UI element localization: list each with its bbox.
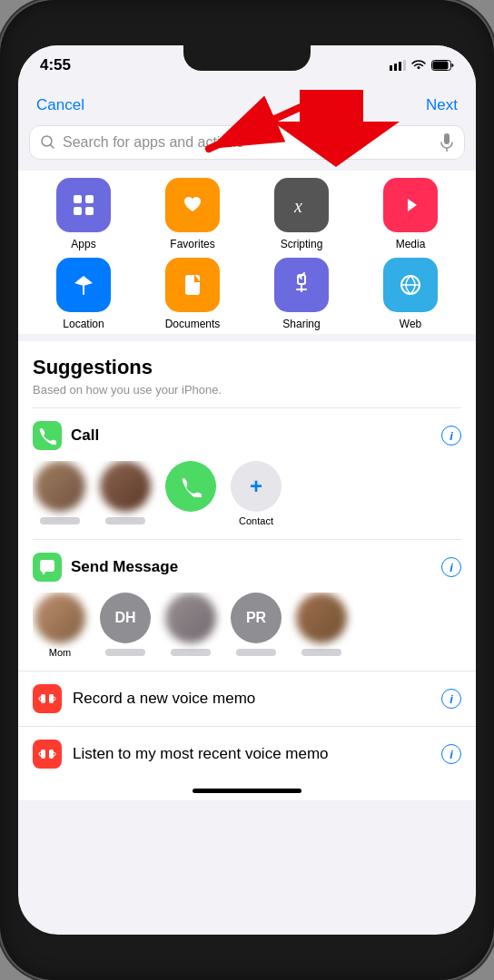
- record-info-icon[interactable]: i: [441, 689, 461, 709]
- call-info-icon[interactable]: i: [441, 426, 461, 446]
- category-sharing[interactable]: Sharing: [251, 258, 352, 330]
- contact-item[interactable]: [163, 461, 218, 523]
- category-documents-label: Documents: [165, 318, 221, 330]
- svg-rect-0: [390, 65, 392, 71]
- next-button[interactable]: Next: [426, 96, 458, 114]
- suggestions-section: Suggestions Based on how you use your iP…: [18, 341, 476, 671]
- contact-item[interactable]: [33, 461, 87, 524]
- svg-rect-14: [85, 207, 94, 215]
- category-favorites[interactable]: Favorites: [142, 178, 243, 250]
- phone-shell: 4:55: [0, 0, 494, 980]
- suggestions-title: Suggestions: [33, 356, 461, 379]
- add-contact-item[interactable]: + Contact: [229, 461, 283, 526]
- search-bar[interactable]: Search for apps and actions: [29, 125, 465, 160]
- svg-rect-23: [41, 750, 45, 759]
- action-row-record[interactable]: Record a new voice memo i: [18, 671, 476, 726]
- category-sharing-label: Sharing: [282, 318, 320, 330]
- plus-avatar: +: [231, 461, 282, 512]
- phone-screen: 4:55: [18, 45, 476, 935]
- contact-item[interactable]: PR: [229, 593, 283, 656]
- svg-text:x: x: [293, 196, 302, 216]
- listen-info-icon[interactable]: i: [441, 744, 461, 764]
- send-message-suggestion-card: Send Message i Mom DH: [33, 539, 461, 671]
- action-row-left: Record a new voice memo: [33, 684, 255, 713]
- category-web-label: Web: [400, 318, 421, 330]
- contact-item[interactable]: Mom: [33, 593, 87, 658]
- category-scripting[interactable]: x Scripting: [251, 178, 352, 250]
- contact-name: Contact: [239, 515, 273, 526]
- status-icons: [390, 60, 454, 71]
- message-contacts-row: Mom DH PR: [33, 593, 461, 658]
- svg-rect-24: [49, 750, 54, 759]
- svg-rect-22: [49, 694, 54, 703]
- svg-rect-16: [185, 275, 200, 295]
- suggestions-subtitle: Based on how you use your iPhone.: [33, 383, 461, 397]
- notch: [183, 45, 311, 71]
- call-card-header: Call i: [33, 421, 461, 450]
- voice-memo-record-icon: [33, 684, 62, 713]
- mic-icon: [440, 133, 453, 152]
- category-apps-label: Apps: [71, 238, 95, 250]
- svg-rect-2: [399, 62, 401, 71]
- action-row-listen[interactable]: Listen to my most recent voice memo i: [18, 726, 476, 781]
- svg-rect-9: [444, 133, 450, 144]
- message-app-icon: [33, 553, 62, 582]
- svg-rect-11: [74, 195, 82, 203]
- voice-memo-listen-icon: [33, 740, 62, 769]
- wifi-icon: [411, 60, 426, 71]
- svg-marker-20: [42, 572, 45, 575]
- category-media-label: Media: [396, 238, 426, 250]
- svg-rect-3: [403, 60, 406, 71]
- status-bar: 4:55: [18, 45, 476, 85]
- message-label: Send Message: [71, 558, 178, 576]
- call-suggestion-card: Call i: [33, 407, 461, 539]
- phone-avatar: [165, 461, 216, 512]
- category-apps[interactable]: Apps: [33, 178, 134, 250]
- action-row-left: Listen to my most recent voice memo: [33, 740, 329, 769]
- call-header-left: Call: [33, 421, 99, 450]
- contact-item[interactable]: [98, 461, 153, 524]
- svg-rect-12: [85, 195, 94, 203]
- category-web[interactable]: Web: [360, 258, 461, 330]
- voice-memo-listen-label: Listen to my most recent voice memo: [73, 745, 329, 763]
- home-indicator-area: [18, 781, 476, 800]
- category-media[interactable]: Media: [360, 178, 461, 250]
- call-label: Call: [71, 426, 99, 445]
- svg-rect-19: [40, 560, 54, 572]
- svg-rect-1: [394, 64, 397, 71]
- call-app-icon: [33, 421, 62, 450]
- message-info-icon[interactable]: i: [441, 557, 461, 577]
- contact-item[interactable]: DH: [98, 593, 153, 656]
- message-card-header: Send Message i: [33, 553, 461, 582]
- contact-item[interactable]: [163, 593, 218, 656]
- voice-memo-record-label: Record a new voice memo: [73, 690, 255, 708]
- call-contacts-row: + Contact: [33, 461, 461, 526]
- nav-bar: Cancel Next: [18, 85, 476, 125]
- search-icon: [41, 135, 55, 150]
- svg-rect-5: [433, 62, 449, 70]
- category-documents[interactable]: Documents: [142, 258, 243, 330]
- svg-rect-21: [41, 694, 45, 703]
- category-location-label: Location: [63, 318, 104, 330]
- category-favorites-label: Favorites: [170, 238, 214, 250]
- status-time: 4:55: [40, 56, 71, 74]
- contact-item[interactable]: [294, 593, 349, 656]
- battery-icon: [431, 60, 454, 71]
- contact-name: Mom: [49, 647, 71, 658]
- signal-icon: [390, 60, 406, 71]
- category-location[interactable]: Location: [33, 258, 134, 330]
- svg-rect-13: [74, 207, 82, 215]
- cancel-button[interactable]: Cancel: [36, 96, 84, 114]
- message-header-left: Send Message: [33, 553, 178, 582]
- category-grid: Apps Favorites x: [33, 178, 461, 330]
- category-scripting-label: Scripting: [281, 238, 323, 250]
- search-placeholder: Search for apps and actions: [63, 134, 433, 151]
- home-indicator: [193, 789, 301, 793]
